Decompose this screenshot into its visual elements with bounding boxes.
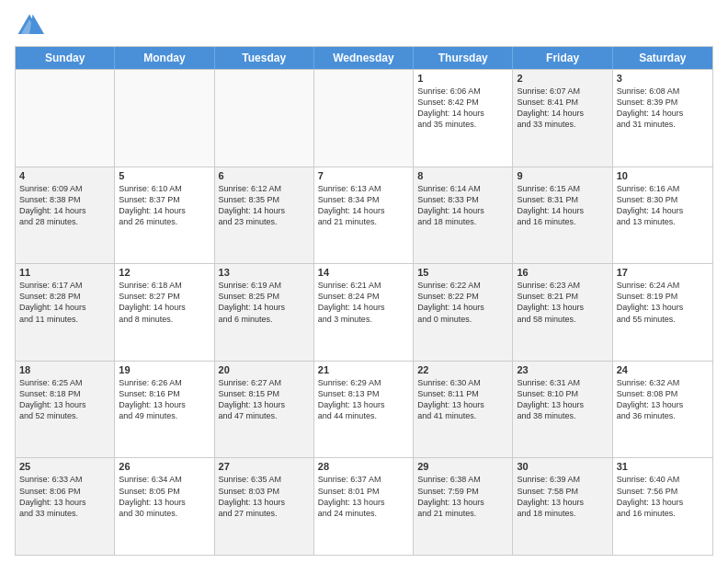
cell-info: Sunrise: 6:33 AM Sunset: 8:06 PM Dayligh… — [19, 474, 110, 519]
cal-cell: 11Sunrise: 6:17 AM Sunset: 8:28 PM Dayli… — [16, 264, 115, 361]
cal-cell — [16, 70, 115, 167]
day-number: 2 — [517, 73, 608, 84]
cal-cell: 16Sunrise: 6:23 AM Sunset: 8:21 PM Dayli… — [513, 264, 612, 361]
day-number: 1 — [417, 73, 508, 84]
day-number: 18 — [19, 364, 110, 375]
day-number: 4 — [19, 170, 110, 181]
day-number: 25 — [19, 461, 110, 472]
week-row-2: 4Sunrise: 6:09 AM Sunset: 8:38 PM Daylig… — [16, 167, 712, 264]
cal-cell: 19Sunrise: 6:26 AM Sunset: 8:16 PM Dayli… — [115, 362, 214, 458]
cal-cell: 1Sunrise: 6:06 AM Sunset: 8:42 PM Daylig… — [414, 70, 513, 167]
cell-info: Sunrise: 6:15 AM Sunset: 8:31 PM Dayligh… — [517, 183, 608, 228]
cell-info: Sunrise: 6:26 AM Sunset: 8:16 PM Dayligh… — [119, 377, 210, 422]
cal-cell: 22Sunrise: 6:30 AM Sunset: 8:11 PM Dayli… — [414, 362, 513, 458]
cell-info: Sunrise: 6:19 AM Sunset: 8:25 PM Dayligh… — [219, 280, 310, 325]
day-number: 3 — [617, 73, 709, 84]
day-number: 11 — [19, 267, 110, 278]
cal-cell: 2Sunrise: 6:07 AM Sunset: 8:41 PM Daylig… — [513, 70, 612, 167]
day-of-week-monday: Monday — [115, 47, 214, 69]
cell-info: Sunrise: 6:27 AM Sunset: 8:15 PM Dayligh… — [219, 377, 310, 422]
cell-info: Sunrise: 6:34 AM Sunset: 8:05 PM Dayligh… — [119, 474, 210, 519]
cell-info: Sunrise: 6:29 AM Sunset: 8:13 PM Dayligh… — [318, 377, 409, 422]
day-number: 24 — [617, 364, 709, 375]
cell-info: Sunrise: 6:35 AM Sunset: 8:03 PM Dayligh… — [219, 474, 310, 519]
day-number: 6 — [219, 170, 310, 181]
cell-info: Sunrise: 6:10 AM Sunset: 8:37 PM Dayligh… — [119, 183, 210, 228]
cal-cell: 28Sunrise: 6:37 AM Sunset: 8:01 PM Dayli… — [314, 458, 414, 555]
cell-info: Sunrise: 6:40 AM Sunset: 7:56 PM Dayligh… — [617, 474, 709, 519]
cal-cell: 12Sunrise: 6:18 AM Sunset: 8:27 PM Dayli… — [115, 264, 214, 361]
cal-cell: 21Sunrise: 6:29 AM Sunset: 8:13 PM Dayli… — [314, 362, 414, 458]
cal-cell — [115, 70, 214, 167]
day-number: 14 — [318, 267, 409, 278]
day-number: 16 — [517, 267, 608, 278]
week-row-3: 11Sunrise: 6:17 AM Sunset: 8:28 PM Dayli… — [16, 263, 712, 361]
day-number: 17 — [617, 267, 709, 278]
day-number: 7 — [318, 170, 409, 181]
cal-cell: 25Sunrise: 6:33 AM Sunset: 8:06 PM Dayli… — [16, 458, 115, 555]
cal-cell: 6Sunrise: 6:12 AM Sunset: 8:35 PM Daylig… — [215, 167, 314, 264]
cell-info: Sunrise: 6:07 AM Sunset: 8:41 PM Dayligh… — [517, 86, 608, 131]
cal-cell: 8Sunrise: 6:14 AM Sunset: 8:33 PM Daylig… — [414, 167, 513, 264]
cal-cell: 18Sunrise: 6:25 AM Sunset: 8:18 PM Dayli… — [16, 362, 115, 458]
cell-info: Sunrise: 6:13 AM Sunset: 8:34 PM Dayligh… — [318, 183, 409, 228]
cell-info: Sunrise: 6:37 AM Sunset: 8:01 PM Dayligh… — [318, 474, 409, 519]
cell-info: Sunrise: 6:08 AM Sunset: 8:39 PM Dayligh… — [617, 86, 709, 131]
day-of-week-tuesday: Tuesday — [215, 47, 314, 69]
cal-cell: 3Sunrise: 6:08 AM Sunset: 8:39 PM Daylig… — [613, 70, 712, 167]
cal-cell: 14Sunrise: 6:21 AM Sunset: 8:24 PM Dayli… — [314, 264, 414, 361]
svg-marker-2 — [29, 15, 44, 34]
day-number: 5 — [119, 170, 210, 181]
cal-cell: 20Sunrise: 6:27 AM Sunset: 8:15 PM Dayli… — [215, 362, 314, 458]
header — [15, 11, 713, 40]
cal-cell: 24Sunrise: 6:32 AM Sunset: 8:08 PM Dayli… — [613, 362, 712, 458]
cell-info: Sunrise: 6:24 AM Sunset: 8:19 PM Dayligh… — [617, 280, 709, 325]
day-number: 9 — [517, 170, 608, 181]
day-number: 23 — [517, 364, 608, 375]
day-number: 20 — [219, 364, 310, 375]
cal-cell: 30Sunrise: 6:39 AM Sunset: 7:58 PM Dayli… — [513, 458, 612, 555]
calendar: SundayMondayTuesdayWednesdayThursdayFrid… — [15, 46, 713, 556]
cell-info: Sunrise: 6:21 AM Sunset: 8:24 PM Dayligh… — [318, 280, 409, 325]
cell-info: Sunrise: 6:25 AM Sunset: 8:18 PM Dayligh… — [19, 377, 110, 422]
page: SundayMondayTuesdayWednesdayThursdayFrid… — [0, 0, 728, 563]
day-of-week-wednesday: Wednesday — [314, 47, 414, 69]
day-number: 13 — [219, 267, 310, 278]
cell-info: Sunrise: 6:16 AM Sunset: 8:30 PM Dayligh… — [617, 183, 709, 228]
cal-cell: 23Sunrise: 6:31 AM Sunset: 8:10 PM Dayli… — [513, 362, 612, 458]
cell-info: Sunrise: 6:31 AM Sunset: 8:10 PM Dayligh… — [517, 377, 608, 422]
cal-cell: 10Sunrise: 6:16 AM Sunset: 8:30 PM Dayli… — [613, 167, 712, 264]
cal-cell: 26Sunrise: 6:34 AM Sunset: 8:05 PM Dayli… — [115, 458, 214, 555]
day-number: 30 — [517, 461, 608, 472]
day-number: 19 — [119, 364, 210, 375]
day-of-week-saturday: Saturday — [613, 47, 712, 69]
cell-info: Sunrise: 6:14 AM Sunset: 8:33 PM Dayligh… — [417, 183, 508, 228]
cell-info: Sunrise: 6:39 AM Sunset: 7:58 PM Dayligh… — [517, 474, 608, 519]
cell-info: Sunrise: 6:30 AM Sunset: 8:11 PM Dayligh… — [417, 377, 508, 422]
cell-info: Sunrise: 6:09 AM Sunset: 8:38 PM Dayligh… — [19, 183, 110, 228]
day-number: 21 — [318, 364, 409, 375]
day-number: 22 — [417, 364, 508, 375]
cell-info: Sunrise: 6:12 AM Sunset: 8:35 PM Dayligh… — [219, 183, 310, 228]
day-number: 15 — [417, 267, 508, 278]
calendar-body: 1Sunrise: 6:06 AM Sunset: 8:42 PM Daylig… — [16, 69, 712, 555]
logo — [15, 11, 48, 40]
day-number: 12 — [119, 267, 210, 278]
cal-cell: 17Sunrise: 6:24 AM Sunset: 8:19 PM Dayli… — [613, 264, 712, 361]
day-number: 26 — [119, 461, 210, 472]
cell-info: Sunrise: 6:22 AM Sunset: 8:22 PM Dayligh… — [417, 280, 508, 325]
cal-cell: 31Sunrise: 6:40 AM Sunset: 7:56 PM Dayli… — [613, 458, 712, 555]
day-number: 31 — [617, 461, 709, 472]
day-of-week-friday: Friday — [513, 47, 612, 69]
week-row-5: 25Sunrise: 6:33 AM Sunset: 8:06 PM Dayli… — [16, 457, 712, 555]
day-number: 28 — [318, 461, 409, 472]
cal-cell: 15Sunrise: 6:22 AM Sunset: 8:22 PM Dayli… — [414, 264, 513, 361]
day-number: 8 — [417, 170, 508, 181]
cell-info: Sunrise: 6:32 AM Sunset: 8:08 PM Dayligh… — [617, 377, 709, 422]
cal-cell: 7Sunrise: 6:13 AM Sunset: 8:34 PM Daylig… — [314, 167, 414, 264]
day-number: 27 — [219, 461, 310, 472]
cal-cell: 5Sunrise: 6:10 AM Sunset: 8:37 PM Daylig… — [115, 167, 214, 264]
day-of-week-sunday: Sunday — [16, 47, 115, 69]
cal-cell: 13Sunrise: 6:19 AM Sunset: 8:25 PM Dayli… — [215, 264, 314, 361]
cal-cell: 4Sunrise: 6:09 AM Sunset: 8:38 PM Daylig… — [16, 167, 115, 264]
